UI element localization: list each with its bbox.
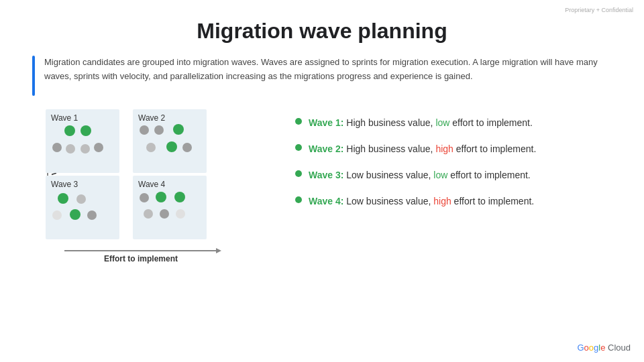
quadrant-grid: Wave 1 W xyxy=(46,109,217,239)
wave2-desc2: business value, xyxy=(368,143,435,154)
wave2-high: high xyxy=(435,143,453,154)
wave2-bold: Wave 2: xyxy=(309,143,343,154)
wave4-desc2: business value, xyxy=(366,196,433,206)
wave2-desc1: High xyxy=(343,143,368,154)
wave2-label: Wave 2 xyxy=(138,113,201,123)
wave3-dots xyxy=(46,190,119,237)
legend-item-wave4: Wave 4: Low business value, high effort … xyxy=(295,194,617,208)
y-axis-wrap: Business value xyxy=(27,109,46,263)
x-axis-line-container xyxy=(64,241,217,251)
dot xyxy=(160,209,169,219)
legend-text-wave4: Wave 4: Low business value, high effort … xyxy=(309,194,534,208)
wave1-desc1: High xyxy=(343,117,368,128)
wave3-bold: Wave 3: xyxy=(309,170,343,180)
dot xyxy=(154,125,164,135)
chart-wrapper: Business value Wave 1 xyxy=(27,109,275,263)
dot xyxy=(173,124,184,135)
dot xyxy=(174,192,185,202)
dot xyxy=(58,193,68,204)
description-block: Migration candidates are grouped into mi… xyxy=(32,56,612,96)
wave3-desc3: effort to implement. xyxy=(447,170,530,180)
x-axis-line xyxy=(64,250,217,251)
dot xyxy=(182,143,192,152)
legend: Wave 1: High business value, low effort … xyxy=(295,109,617,221)
wave4-label: Wave 4 xyxy=(138,180,201,189)
legend-item-wave3: Wave 3: Low business value, low effort t… xyxy=(295,168,617,182)
dot xyxy=(66,144,75,154)
dot xyxy=(176,209,185,219)
wave4-dots xyxy=(133,190,207,237)
legend-item-wave1: Wave 1: High business value, low effort … xyxy=(295,116,617,130)
quadrant-wave3: Wave 3 xyxy=(46,176,119,239)
dot xyxy=(166,141,177,152)
wave4-desc1: Low xyxy=(343,196,366,206)
bullet-wave1 xyxy=(295,118,302,125)
chart-area: Business value Wave 1 xyxy=(27,109,275,263)
dot xyxy=(64,125,75,136)
x-axis-arrow xyxy=(216,248,221,253)
dot xyxy=(52,143,62,152)
proprietary-label: Proprietary + Confidential xyxy=(565,7,633,13)
dot xyxy=(70,209,80,220)
x-axis-label: Effort to implement xyxy=(104,254,178,263)
dot xyxy=(140,193,149,202)
dot xyxy=(144,209,153,219)
legend-item-wave2: Wave 2: High business value, high effort… xyxy=(295,142,617,156)
accent-bar xyxy=(32,56,35,96)
dot xyxy=(146,143,156,152)
quadrant-wave2: Wave 2 xyxy=(133,109,207,173)
x-axis-container: Effort to implement xyxy=(64,239,217,263)
dot xyxy=(80,144,90,154)
dot xyxy=(76,194,86,204)
wave1-bold: Wave 1: xyxy=(309,117,343,128)
legend-text-wave1: Wave 1: High business value, low effort … xyxy=(309,116,533,130)
wave1-desc3: effort to implement. xyxy=(449,117,532,128)
wave4-high: high xyxy=(433,196,451,206)
page-title: Migration wave planning xyxy=(0,19,644,44)
wave3-label: Wave 3 xyxy=(51,180,114,189)
dot xyxy=(87,210,97,220)
wave2-dots xyxy=(133,124,207,170)
quadrant-wave1: Wave 1 xyxy=(46,109,119,173)
main-content: Business value Wave 1 xyxy=(27,109,617,263)
legend-text-wave3: Wave 3: Low business value, low effort t… xyxy=(309,168,531,182)
bullet-wave4 xyxy=(295,196,302,203)
dot xyxy=(156,192,166,202)
wave3-desc1: Low xyxy=(343,170,366,180)
bullet-wave2 xyxy=(295,144,302,151)
wave3-desc2: business value, xyxy=(366,170,433,180)
dot xyxy=(140,125,149,135)
google-cloud-logo: Google Cloud xyxy=(577,343,631,353)
dot xyxy=(52,210,62,220)
wave4-desc3: effort to implement. xyxy=(451,196,534,206)
wave1-low: low xyxy=(435,117,449,128)
wave1-desc2: business value, xyxy=(368,117,435,128)
description-text: Migration candidates are grouped into mi… xyxy=(44,56,612,84)
wave4-bold: Wave 4: xyxy=(309,196,343,206)
legend-text-wave2: Wave 2: High business value, high effort… xyxy=(309,142,536,156)
wave1-label: Wave 1 xyxy=(51,113,114,123)
dot xyxy=(80,125,91,136)
quadrant-wave4: Wave 4 xyxy=(133,176,207,239)
wave2-desc3: effort to implement. xyxy=(453,143,536,154)
wave3-low: low xyxy=(433,170,447,180)
wave1-dots xyxy=(46,124,119,170)
bullet-wave3 xyxy=(295,170,302,177)
dot xyxy=(94,143,103,152)
quadrant-container: Wave 1 W xyxy=(46,109,217,263)
